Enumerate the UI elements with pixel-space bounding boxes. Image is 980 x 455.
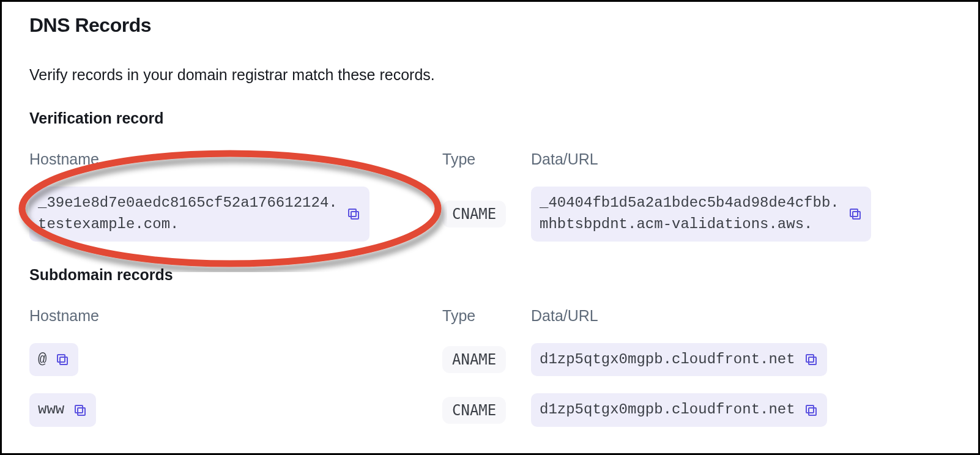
col-header-type: Type — [442, 150, 531, 168]
copy-icon[interactable] — [55, 352, 70, 367]
dns-records-panel: DNS Records Verify records in your domai… — [0, 0, 980, 455]
svg-rect-10 — [809, 408, 816, 415]
verification-data: _40404fb1d5a2a1bdec5b4ad98de4cfbb. mhbts… — [540, 193, 839, 235]
svg-rect-0 — [351, 212, 358, 219]
svg-rect-7 — [806, 355, 814, 362]
verification-data-box: _40404fb1d5a2a1bdec5b4ad98de4cfbb. mhbts… — [531, 187, 871, 242]
copy-icon[interactable] — [73, 403, 87, 418]
subdomain-row: www CNAME d1zp5qtgx0mgpb.cloudfront.net — [29, 393, 951, 427]
subdomain-hostname-box: www — [29, 393, 96, 427]
verification-hostname: _39e1e8d7e0aedc8165cf52a176612124. teste… — [38, 193, 338, 235]
subdomain-type: ANAME — [442, 346, 506, 373]
svg-rect-11 — [806, 405, 814, 413]
svg-rect-8 — [78, 408, 85, 415]
svg-rect-1 — [349, 209, 356, 216]
subdomain-hostname-box: @ — [29, 343, 78, 377]
svg-rect-2 — [853, 212, 860, 219]
copy-icon[interactable] — [848, 207, 863, 221]
svg-rect-6 — [809, 357, 816, 364]
col-header-type: Type — [442, 307, 531, 325]
subdomain-headers: Hostname Type Data/URL — [29, 307, 951, 343]
col-header-hostname: Hostname — [29, 150, 442, 168]
verification-row: _39e1e8d7e0aedc8165cf52a176612124. teste… — [29, 187, 951, 242]
copy-icon[interactable] — [804, 403, 819, 418]
subdomain-type: CNAME — [442, 397, 506, 424]
subdomain-data: d1zp5qtgx0mgpb.cloudfront.net — [540, 399, 795, 421]
subdomain-hostname: www — [38, 399, 64, 421]
subdomain-data: d1zp5qtgx0mgpb.cloudfront.net — [540, 349, 795, 371]
svg-rect-3 — [850, 209, 858, 216]
subdomain-data-box: d1zp5qtgx0mgpb.cloudfront.net — [531, 343, 827, 377]
instruction-text: Verify records in your domain registrar … — [29, 66, 951, 84]
subdomain-row: @ ANAME d1zp5qtgx0mgpb.cloudfront.net — [29, 343, 951, 377]
page-title: DNS Records — [29, 14, 951, 37]
verification-type: CNAME — [442, 201, 506, 228]
copy-icon[interactable] — [346, 207, 361, 221]
subdomain-hostname: @ — [38, 349, 46, 371]
verification-hostname-box: _39e1e8d7e0aedc8165cf52a176612124. teste… — [29, 187, 369, 242]
svg-rect-5 — [58, 355, 65, 362]
col-header-data: Data/URL — [531, 150, 951, 168]
verification-headers: Hostname Type Data/URL — [29, 150, 951, 187]
svg-rect-9 — [75, 405, 83, 413]
col-header-data: Data/URL — [531, 307, 951, 325]
svg-rect-4 — [60, 357, 67, 364]
subdomain-heading: Subdomain records — [29, 266, 951, 284]
subdomain-data-box: d1zp5qtgx0mgpb.cloudfront.net — [531, 393, 827, 427]
copy-icon[interactable] — [804, 352, 819, 367]
verification-heading: Verification record — [29, 109, 951, 127]
col-header-hostname: Hostname — [29, 307, 442, 325]
